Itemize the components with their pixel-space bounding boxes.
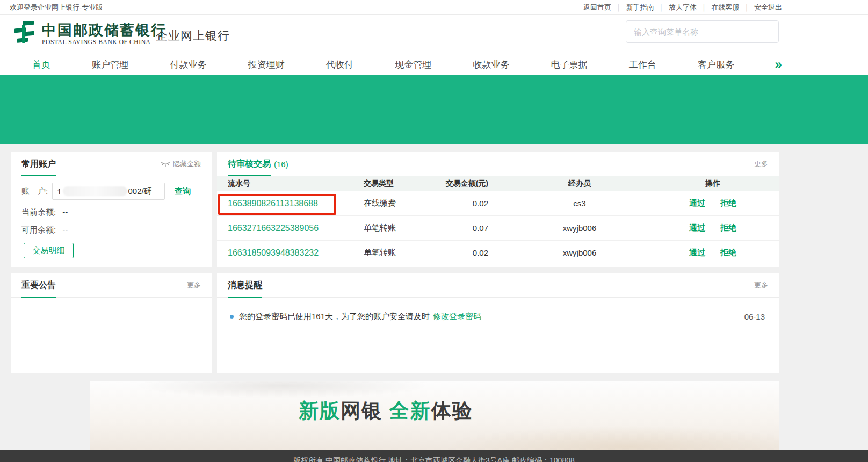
- transaction-amount: 0.02: [445, 199, 512, 208]
- copyright-text: 版权所有 中国邮政储蓄银行 地址：北京市西城区金融大街3号A座 邮政编码：100…: [0, 453, 868, 462]
- account-prefix: 1: [57, 187, 61, 196]
- current-balance-value: --: [62, 207, 68, 216]
- nav-more-chevrons-icon[interactable]: »: [775, 59, 781, 70]
- pending-panel-head: 待审核交易 (16) 更多: [217, 152, 779, 176]
- available-balance-value: --: [62, 225, 68, 234]
- transaction-amount: 0.02: [445, 248, 512, 257]
- change-password-link[interactable]: 修改登录密码: [433, 312, 481, 322]
- col-operator: 经办员: [512, 179, 647, 189]
- tab-account-management[interactable]: 账户管理: [91, 56, 129, 73]
- pending-transactions-panel: 待审核交易 (16) 更多 流水号 交易类型 交易金额(元) 经办员 操作 16…: [217, 152, 779, 267]
- header: 中国邮政储蓄银行 POSTAL SAVINGS BANK OF CHINA 企业…: [0, 15, 868, 54]
- current-balance-line: 当前余额: --: [11, 207, 212, 218]
- tab-home[interactable]: 首页: [31, 56, 52, 73]
- serial-link[interactable]: 1663890826113138688: [228, 199, 318, 208]
- tab-payment[interactable]: 付款业务: [169, 56, 208, 73]
- promo-part-3: 全新: [389, 400, 431, 422]
- user-banner: 一级审核员 企业网银测试客1 您好, 预留信息 : 上次登录 : 2020-06…: [0, 75, 868, 144]
- transaction-type: 单笔转账: [354, 223, 445, 233]
- notice-panel-head: 重要公告 更多: [11, 273, 212, 298]
- message-reminder-panel: 消息提醒 更多 您的登录密码已使用161天，为了您的账户安全请及时 修改登录密码…: [217, 273, 779, 373]
- eye-closed-icon: [161, 161, 170, 167]
- account-masked-digits: [63, 186, 127, 196]
- account-query-link[interactable]: 查询: [175, 186, 191, 197]
- promo-part-4: 体验: [431, 400, 473, 422]
- col-action: 操作: [647, 179, 779, 189]
- pending-count-badge: (16): [274, 160, 288, 169]
- psbc-logo-icon: [12, 21, 37, 45]
- tab-e-bills[interactable]: 电子票据: [550, 56, 589, 73]
- link-online-service[interactable]: 在线客服: [712, 3, 740, 12]
- account-label: 账 户:: [21, 186, 48, 197]
- approve-link[interactable]: 通过: [689, 223, 705, 232]
- col-amount: 交易金额(元): [445, 179, 512, 189]
- logo-divider: [153, 24, 153, 45]
- transaction-operator: xwyjb006: [512, 248, 647, 257]
- accounts-panel-title: 常用账户: [21, 152, 56, 176]
- table-row: 1663185093948383232 单笔转账 0.02 xwyjb006 通…: [217, 241, 779, 265]
- serial-link[interactable]: 1663271663225389056: [228, 223, 319, 233]
- tab-workbench[interactable]: 工作台: [628, 56, 657, 73]
- tab-cash-management[interactable]: 现金管理: [394, 56, 432, 73]
- link-beginner-guide[interactable]: 新手指南: [626, 3, 654, 12]
- topbar-links: 返回首页│ 新手指南│ 放大字体│ 在线客服│ 安全退出: [583, 3, 782, 12]
- reject-link[interactable]: 拒绝: [720, 198, 736, 207]
- hide-amount-label: 隐藏金额: [173, 159, 201, 169]
- bank-name-cn: 中国邮政储蓄银行: [42, 22, 167, 38]
- link-safe-logout[interactable]: 安全退出: [754, 3, 782, 12]
- product-name: 企业网上银行: [156, 28, 230, 44]
- common-accounts-panel: 常用账户 隐藏金额 账 户: 1 002/砑 查询 当前: [11, 152, 212, 267]
- main-nav: 首页 账户管理 付款业务 投资理财 代收付 现金管理 收款业务 电子票据 工作台…: [0, 54, 868, 75]
- bank-name-en: POSTAL SAVINGS BANK OF CHINA: [42, 39, 167, 45]
- pending-panel-title: 待审核交易: [228, 152, 271, 176]
- transaction-detail-button[interactable]: 交易明细: [24, 243, 74, 258]
- divider: │: [745, 4, 749, 11]
- tab-receivables[interactable]: 收款业务: [472, 56, 511, 73]
- promo-banner[interactable]: 新版网银 全新体验: [90, 381, 779, 450]
- promo-part-2: 网银: [341, 400, 382, 422]
- pending-more-link[interactable]: 更多: [754, 159, 768, 169]
- bank-logo: 中国邮政储蓄银行 POSTAL SAVINGS BANK OF CHINA: [12, 21, 167, 45]
- bank-name: 中国邮政储蓄银行 POSTAL SAVINGS BANK OF CHINA: [42, 22, 167, 45]
- transaction-operator: cs3: [512, 199, 647, 208]
- link-home[interactable]: 返回首页: [583, 3, 611, 12]
- approve-link[interactable]: 通过: [689, 198, 705, 207]
- account-select[interactable]: 1 002/砑: [52, 183, 165, 200]
- reject-link[interactable]: 拒绝: [720, 223, 736, 232]
- reject-link[interactable]: 拒绝: [720, 248, 736, 257]
- transaction-type: 在线缴费: [354, 198, 445, 208]
- welcome-text: 欢迎登录企业网上银行-专业版: [10, 3, 103, 12]
- available-balance-line: 可用余额: --: [11, 225, 212, 235]
- topbar: 欢迎登录企业网上银行-专业版 返回首页│ 新手指南│ 放大字体│ 在线客服│ 安…: [0, 0, 868, 15]
- tab-investment[interactable]: 投资理财: [247, 56, 286, 73]
- table-row: 1663271663225389056 单笔转账 0.07 xwyjb006 通…: [217, 216, 779, 241]
- notice-more-link[interactable]: 更多: [187, 280, 201, 290]
- transaction-amount: 0.07: [445, 223, 512, 233]
- col-serial: 流水号: [217, 179, 354, 189]
- col-type: 交易类型: [354, 179, 445, 189]
- transaction-operator: xwyjb006: [512, 223, 647, 233]
- available-balance-label: 可用余额:: [21, 225, 56, 234]
- hide-amount-toggle[interactable]: 隐藏金额: [161, 159, 201, 169]
- promo-part-1: 新版: [299, 400, 341, 422]
- divider: │: [617, 4, 621, 11]
- transaction-type: 单笔转账: [354, 248, 445, 258]
- message-text: 您的登录密码已使用161天，为了您的账户安全请及时: [239, 312, 430, 322]
- accounts-panel-head: 常用账户 隐藏金额: [11, 152, 212, 176]
- message-more-link[interactable]: 更多: [754, 280, 768, 290]
- tab-customer-service[interactable]: 客户服务: [697, 56, 735, 73]
- tab-collection-payment[interactable]: 代收付: [325, 56, 355, 73]
- divider: │: [702, 4, 706, 11]
- menu-search-input[interactable]: [626, 20, 779, 43]
- divider: │: [660, 4, 664, 11]
- link-enlarge-font[interactable]: 放大字体: [669, 3, 697, 12]
- page-root: 欢迎登录企业网上银行-专业版 返回首页│ 新手指南│ 放大字体│ 在线客服│ 安…: [0, 0, 868, 462]
- message-date: 06-13: [744, 312, 765, 321]
- account-suffix: 002/砑: [128, 186, 152, 197]
- promo-text: 新版网银 全新体验: [90, 398, 682, 424]
- bullet-icon: [230, 315, 234, 319]
- message-panel-head: 消息提醒 更多: [217, 273, 779, 298]
- serial-link[interactable]: 1663185093948383232: [228, 248, 319, 257]
- table-header: 流水号 交易类型 交易金额(元) 经办员 操作: [217, 176, 779, 191]
- approve-link[interactable]: 通过: [689, 248, 705, 257]
